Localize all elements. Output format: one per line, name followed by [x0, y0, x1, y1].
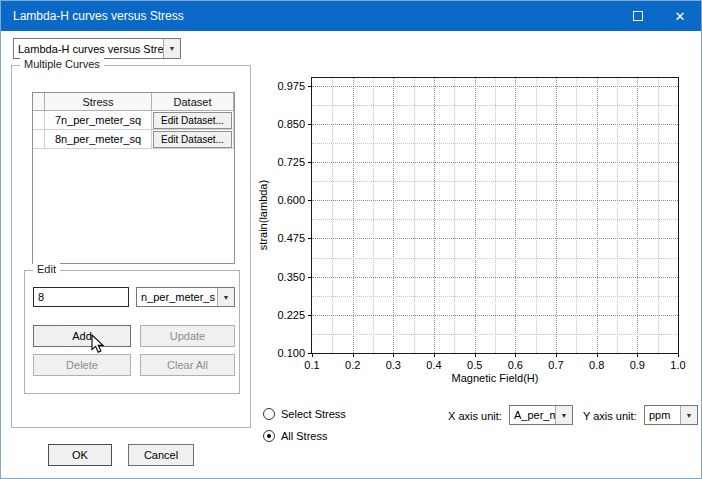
- gridline-horizontal-minor: [312, 219, 678, 220]
- clear-all-button[interactable]: Clear All: [140, 354, 235, 376]
- gridline-vertical-minor: [414, 78, 415, 353]
- gridline-horizontal: [312, 124, 678, 125]
- stress-cell[interactable]: 7n_per_meter_sq: [45, 111, 152, 130]
- table-row[interactable]: 7n_per_meter_sqEdit Dataset...: [33, 111, 234, 130]
- x-tick-label: 0.7: [548, 359, 563, 371]
- unit-dropdown[interactable]: n_per_meter_s ▼: [136, 287, 235, 307]
- gridline-vertical-minor: [332, 78, 333, 353]
- gridline-vertical: [393, 78, 394, 353]
- stress-value-input[interactable]: [33, 287, 129, 307]
- x-tick-label: 0.4: [426, 359, 441, 371]
- curve-type-value: Lambda-H curves versus Stress: [14, 39, 163, 58]
- gridline-vertical: [475, 78, 476, 353]
- x-tick-mark: [597, 353, 598, 357]
- gridline-vertical: [353, 78, 354, 353]
- y-tick-mark: [308, 277, 312, 278]
- gridline-horizontal-minor: [312, 143, 678, 144]
- ok-button[interactable]: OK: [48, 444, 112, 466]
- table-header-stress: Stress: [45, 93, 152, 111]
- add-button[interactable]: Add: [33, 325, 131, 347]
- y-tick-mark: [308, 162, 312, 163]
- y-tick-label: 0.725: [277, 156, 305, 168]
- x-axis-unit-label: X axis unit:: [448, 410, 502, 422]
- gridline-vertical: [637, 78, 638, 353]
- radio-all-stress[interactable]: All Stress: [263, 429, 327, 443]
- gridline-horizontal-minor: [312, 334, 678, 335]
- multiple-curves-group: Multiple Curves Stress Dataset 7n_per_me…: [11, 65, 251, 428]
- radio-icon: [263, 408, 275, 420]
- update-button[interactable]: Update: [140, 325, 235, 347]
- curves-table: Stress Dataset 7n_per_meter_sqEdit Datas…: [32, 92, 235, 264]
- curves-table-header: Stress Dataset: [33, 93, 234, 111]
- x-tick-mark: [637, 353, 638, 357]
- chevron-down-icon: ▼: [163, 39, 180, 58]
- gridline-vertical-minor: [536, 78, 537, 353]
- y-tick-mark: [308, 124, 312, 125]
- gridline-horizontal: [312, 200, 678, 201]
- gridline-horizontal: [312, 277, 678, 278]
- y-tick-mark: [308, 353, 312, 354]
- curves-table-body: 7n_per_meter_sqEdit Dataset...8n_per_met…: [33, 111, 234, 149]
- close-icon: ✕: [675, 10, 686, 23]
- gridline-vertical-minor: [495, 78, 496, 353]
- edit-dataset-button[interactable]: Edit Dataset...: [153, 112, 232, 129]
- multiple-curves-label: Multiple Curves: [20, 58, 104, 70]
- edit-dataset-button[interactable]: Edit Dataset...: [153, 131, 232, 148]
- x-tick-mark: [353, 353, 354, 357]
- dialog-window: Lambda-H curves versus Stress ✕ Lambda-H…: [0, 0, 702, 479]
- gridline-horizontal-minor: [312, 296, 678, 297]
- x-tick-mark: [515, 353, 516, 357]
- stress-cell[interactable]: 8n_per_meter_sq: [45, 130, 152, 149]
- x-tick-label: 0.9: [630, 359, 645, 371]
- x-tick-label: 0.2: [345, 359, 360, 371]
- gridline-horizontal-minor: [312, 181, 678, 182]
- plot-area: 0.10.20.30.40.50.60.70.80.91.00.9750.850…: [311, 77, 679, 354]
- gridline-vertical-minor: [658, 78, 659, 353]
- gridline-vertical: [597, 78, 598, 353]
- edit-group-label: Edit: [33, 263, 60, 275]
- delete-button[interactable]: Delete: [33, 354, 131, 376]
- gridline-vertical: [515, 78, 516, 353]
- gridline-vertical: [434, 78, 435, 353]
- radio-label: All Stress: [281, 430, 327, 442]
- unit-dropdown-value: n_per_meter_s: [137, 288, 217, 306]
- radio-select-stress[interactable]: Select Stress: [263, 407, 346, 421]
- stress-mode-group: Select StressAll Stress: [263, 407, 393, 453]
- gridline-horizontal: [312, 162, 678, 163]
- title-bar[interactable]: Lambda-H curves versus Stress ✕: [1, 1, 701, 31]
- maximize-icon: [633, 11, 643, 21]
- curve-type-dropdown[interactable]: Lambda-H curves versus Stress ▼: [13, 38, 181, 59]
- x-tick-label: 1.0: [670, 359, 685, 371]
- row-selector-cell[interactable]: [33, 130, 45, 149]
- x-axis-unit-dropdown[interactable]: A_per_me ▼: [509, 405, 573, 425]
- y-tick-label: 0.225: [277, 309, 305, 321]
- close-button[interactable]: ✕: [659, 1, 701, 31]
- y-tick-label: 0.850: [277, 118, 305, 130]
- table-row[interactable]: 8n_per_meter_sqEdit Dataset...: [33, 130, 234, 149]
- y-axis-unit-dropdown[interactable]: ppm ▼: [644, 405, 698, 425]
- chart-y-axis-label: strain(lambda): [257, 180, 269, 250]
- radio-icon: [263, 430, 275, 442]
- gridline-horizontal: [312, 86, 678, 87]
- dataset-cell: Edit Dataset...: [152, 130, 234, 149]
- edit-group: Edit n_per_meter_s ▼ Add Update Delete C…: [24, 270, 240, 394]
- x-axis-unit-value: A_per_me: [510, 406, 555, 424]
- gridline-horizontal-minor: [312, 105, 678, 106]
- maximize-button[interactable]: [617, 1, 659, 31]
- row-selector-cell[interactable]: [33, 111, 45, 130]
- x-tick-mark: [312, 353, 313, 357]
- y-tick-label: 0.975: [277, 80, 305, 92]
- x-tick-label: 0.8: [589, 359, 604, 371]
- gridline-vertical-minor: [576, 78, 577, 353]
- y-tick-label: 0.475: [277, 232, 305, 244]
- cancel-button[interactable]: Cancel: [128, 444, 194, 466]
- y-tick-mark: [308, 238, 312, 239]
- y-tick-label: 0.100: [277, 347, 305, 359]
- x-tick-mark: [475, 353, 476, 357]
- gridline-vertical: [556, 78, 557, 353]
- x-tick-label: 0.3: [386, 359, 401, 371]
- y-axis-unit-value: ppm: [645, 406, 680, 424]
- y-tick-label: 0.600: [277, 194, 305, 206]
- table-header-selector: [33, 93, 45, 111]
- radio-label: Select Stress: [281, 408, 346, 420]
